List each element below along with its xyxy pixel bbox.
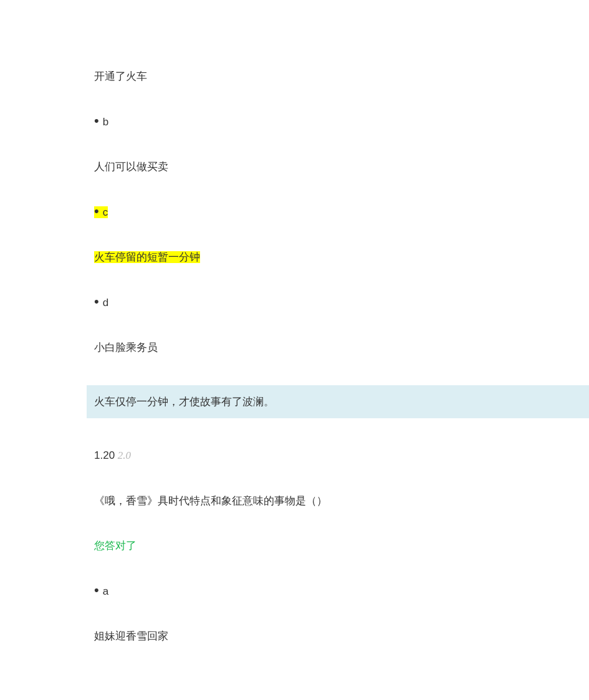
option-c-text-line: 火车停留的短暂一分钟 — [94, 249, 533, 266]
option-c-label: c — [103, 206, 108, 218]
option-a-label: a — [103, 585, 108, 597]
option-d-text: 小白脸乘务员 — [94, 340, 533, 356]
question-text: 《哦，香雪》具时代特点和象征意味的事物是（） — [94, 493, 533, 509]
option-b-label-line: •b — [94, 114, 533, 130]
bullet-icon: • — [94, 114, 99, 128]
option-b-label: b — [103, 116, 108, 128]
explanation-text: 火车仅停一分钟，才使故事有了波澜。 — [94, 396, 274, 408]
score-max: 2.0 — [118, 449, 131, 461]
score-value: 1.20 — [94, 449, 115, 461]
option-a-label-line: •a — [94, 583, 533, 600]
bullet-icon: • — [94, 583, 99, 597]
bullet-icon: • — [94, 204, 99, 218]
option-a-text: 开通了火车 — [94, 69, 533, 85]
option-c-label-line: •c — [94, 204, 533, 221]
option-d-label: d — [103, 297, 108, 309]
option-d-label-line: •d — [94, 295, 533, 311]
option-a-text-q2: 姐妹迎香雪回家 — [94, 628, 533, 645]
option-b-text: 人们可以做买卖 — [94, 159, 533, 175]
option-c-text: 火车停留的短暂一分钟 — [94, 251, 200, 263]
score-line: 1.20 2.0 — [94, 448, 533, 464]
bullet-icon: • — [94, 295, 99, 309]
explanation-box: 火车仅停一分钟，才使故事有了波澜。 — [87, 385, 589, 419]
result-text: 您答对了 — [94, 538, 533, 554]
document-content: 开通了火车 •b 人们可以做买卖 •c 火车停留的短暂一分钟 •d 小白脸乘务员… — [0, 0, 589, 645]
